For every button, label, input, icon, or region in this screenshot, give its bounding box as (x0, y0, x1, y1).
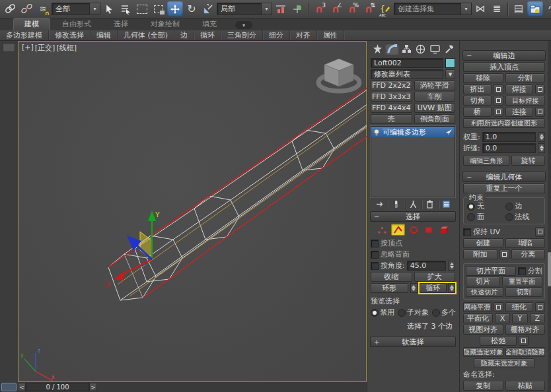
scrollbar-handle[interactable] (548, 252, 551, 286)
preview-multi-radio[interactable] (432, 309, 440, 317)
crease-spinner[interactable] (538, 143, 545, 153)
mirror-icon[interactable]: ⋈ (472, 1, 488, 16)
edit-geometry-rollout-header[interactable]: −编辑几何体 (462, 172, 546, 182)
paste-button[interactable]: 粘贴 (505, 381, 546, 391)
motion-tab-icon[interactable] (414, 43, 427, 55)
snaps-toggle-icon[interactable]: 3∩ (311, 1, 327, 16)
constraint-normal-radio[interactable] (505, 213, 513, 221)
chevron-down-icon[interactable]: ▾ (445, 69, 455, 79)
tab-freeform[interactable]: 自由形式 (52, 18, 102, 30)
remove-button[interactable]: 移除 (463, 73, 503, 83)
spinner-snap-icon[interactable]: ⇅∩ (361, 1, 377, 16)
angle-value-field[interactable]: 45.0 (407, 261, 446, 271)
planar-z-button[interactable]: Z (530, 313, 545, 323)
constraint-face-radio[interactable] (467, 213, 475, 221)
show-end-result-icon[interactable] (390, 199, 406, 209)
msmooth-settings-icon[interactable] (494, 302, 503, 312)
bridge-settings-icon[interactable] (494, 107, 503, 117)
polygon-subobject-icon[interactable] (423, 224, 435, 235)
tab-object-paint[interactable]: 对象绘制 (140, 18, 190, 30)
object-color-swatch[interactable] (445, 58, 455, 68)
cut-button[interactable]: 切割 (505, 287, 543, 297)
view-align-button[interactable]: 视图对齐 (463, 325, 503, 335)
soft-selection-rollout-header[interactable]: +软选择 (370, 337, 456, 347)
ffd-2x2x2-button[interactable]: FFD 2x2x2 (371, 81, 412, 90)
previous-frame-button[interactable]: < (18, 383, 26, 391)
align-icon[interactable]: ≣ (489, 1, 505, 16)
shrink-button[interactable]: 收缩 (371, 272, 412, 282)
unlink-selection-icon[interactable] (18, 1, 34, 16)
weld-button[interactable]: 焊接 (505, 84, 534, 94)
panel-geometry-all[interactable]: 几何体 (全部) (118, 30, 174, 40)
preserve-uv-checkbox[interactable] (463, 228, 471, 236)
ring-button[interactable]: 环形 (371, 283, 408, 293)
angle-snap-icon[interactable]: ∠∩ (328, 1, 344, 16)
split-checkbox[interactable] (518, 267, 526, 275)
ffd-4x4x4-button[interactable]: FFD 4x4x4 (371, 103, 412, 113)
select-by-name-icon[interactable] (118, 1, 133, 16)
attach-button[interactable]: 附加 (463, 249, 497, 259)
manage-layers-icon[interactable]: ▤ (511, 1, 527, 16)
rectangular-selection-region-icon[interactable] (134, 1, 150, 16)
edit-edges-rollout-header[interactable]: −编辑边 (462, 50, 546, 61)
panel-align[interactable]: 对齐 (290, 30, 317, 40)
preview-off-radio[interactable] (371, 309, 379, 317)
unhide-all-button[interactable]: 全部取消隐藏 (505, 347, 546, 357)
utilities-tab-icon[interactable] (443, 43, 457, 55)
bind-to-space-warp-icon[interactable]: ≋ ∩ (35, 1, 51, 16)
object-name-field[interactable]: Loft002 (371, 58, 443, 68)
weld-settings-icon[interactable] (535, 84, 545, 94)
turbosmooth-button[interactable]: 涡轮平滑 (414, 81, 456, 90)
detach-button[interactable]: 分离 (511, 249, 546, 259)
extrude-settings-icon[interactable] (494, 84, 503, 94)
crease-field[interactable]: 0.0 (482, 143, 536, 153)
split-button[interactable]: 分割 (505, 73, 546, 83)
bridge-button[interactable]: 桥 (463, 107, 492, 117)
edit-named-selection-sets-icon[interactable]: { ABC (377, 1, 393, 16)
slice-plane-button[interactable]: 切片平面 (466, 266, 516, 276)
lathe-button[interactable]: 车削 (414, 92, 456, 102)
insert-vertex-button[interactable]: 插入顶点 (463, 62, 545, 72)
selection-filter-dropdown[interactable]: 全部 ▾ (52, 3, 100, 15)
preview-subobj-radio[interactable] (398, 309, 406, 317)
grow-button[interactable]: 扩大 (414, 272, 456, 282)
viewport-pov-menu[interactable]: [正交] (35, 43, 55, 53)
stack-item-editable-poly[interactable]: 可编辑多边形 (371, 127, 455, 137)
graphite-ribbon-toggle-icon[interactable] (527, 1, 543, 16)
relax-button[interactable]: 松弛 (480, 336, 517, 346)
by-angle-checkbox[interactable] (371, 262, 379, 270)
tessellate-button[interactable]: 细化 (505, 302, 534, 312)
turn-button[interactable]: 旋转 (511, 156, 545, 166)
by-vertex-checkbox[interactable] (371, 240, 379, 247)
ribbon-minimize-button[interactable]: ▾ (235, 21, 252, 29)
angle-spinner[interactable] (448, 261, 455, 271)
extrude-button[interactable]: 挤出 (463, 84, 492, 94)
slice-button[interactable]: 切片 (466, 277, 500, 286)
copy-button[interactable]: 复制 (463, 381, 503, 391)
viewport[interactable]: [+] [正交] [线框] (18, 41, 367, 382)
pin-stack-icon[interactable] (373, 199, 388, 209)
preserve-uv-settings-icon[interactable] (535, 227, 545, 237)
weight-spinner[interactable] (538, 132, 545, 142)
target-weld-button[interactable]: 目标焊接 (505, 96, 545, 106)
chamfer-button[interactable]: 切角 (463, 96, 492, 106)
reset-plane-button[interactable]: 重置平面 (502, 277, 542, 286)
panel-subdivision[interactable]: 细分 (263, 30, 290, 40)
panel-tris[interactable]: 三角剖分 (221, 30, 263, 40)
panel-edit[interactable]: 编辑 (91, 30, 118, 40)
create-button[interactable]: 创建 (463, 238, 503, 248)
tessellate-settings-icon[interactable] (535, 302, 545, 312)
percent-snap-icon[interactable]: %∩ (344, 1, 360, 16)
planar-y-button[interactable]: Y (512, 313, 527, 323)
window-crossing-toggle-icon[interactable] (151, 1, 166, 16)
relax-settings-icon[interactable] (519, 336, 529, 346)
modify-tab-icon[interactable] (385, 43, 399, 55)
loop-spinner[interactable] (448, 283, 455, 293)
modifier-list-dropdown[interactable]: 修改器列表 (371, 69, 443, 79)
hide-selected-button[interactable]: 隐藏选定对象 (463, 347, 503, 357)
panel-modify-selection[interactable]: 修改选择 (49, 30, 91, 40)
element-subobject-icon[interactable] (438, 224, 451, 235)
configure-modifier-sets-icon[interactable] (441, 199, 453, 209)
chamfer-settings-icon[interactable] (494, 96, 503, 106)
modifier-stack[interactable]: 可编辑多边形 (371, 126, 455, 197)
